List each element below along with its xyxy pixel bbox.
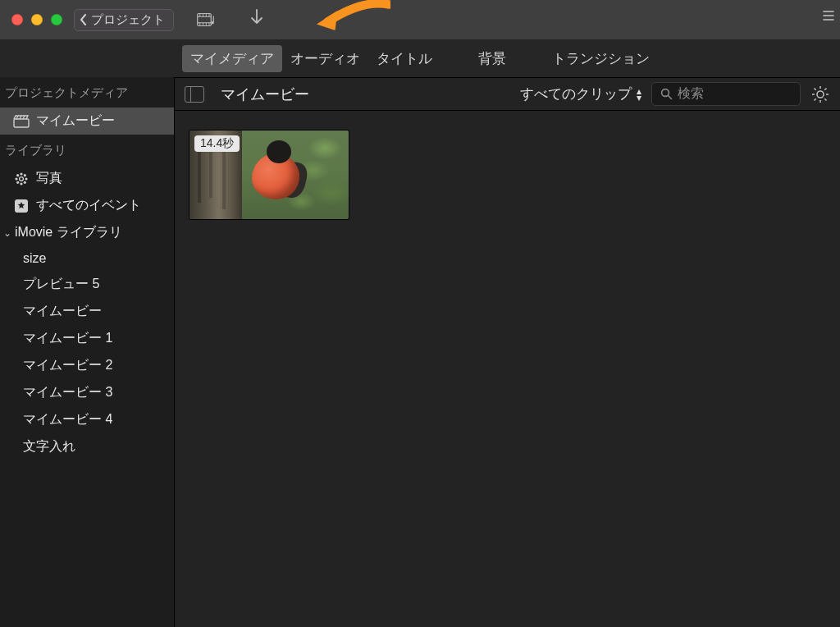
sidebar-item-imovie-library[interactable]: ⌄ iMovie ライブラリ (0, 219, 174, 246)
import-download-button[interactable] (249, 8, 264, 31)
media-clip-thumbnail[interactable]: 14.4秒 (189, 130, 349, 219)
search-icon (660, 88, 673, 100)
tab-titles[interactable]: タイトル (368, 45, 441, 72)
clip-grid: 14.4秒 (175, 111, 840, 627)
main-row: プロジェクトメディア マイムービー ライブラリ 写真 すべてのイベント (0, 77, 840, 627)
svg-point-20 (24, 174, 26, 176)
annotation-arrow-icon (317, 0, 390, 38)
svg-point-18 (25, 177, 27, 180)
sidebar-item-label: 写真 (36, 170, 62, 187)
tab-background[interactable]: 背景 (470, 45, 514, 72)
sidebar-library-child[interactable]: size (0, 246, 174, 271)
content-header: マイムービー すべてのクリップ ▴▾ 検索 (175, 78, 840, 111)
sidebar-item-label: iMovie ライブラリ (15, 224, 122, 241)
tab-audio[interactable]: オーディオ (282, 45, 368, 72)
svg-point-22 (24, 181, 26, 183)
window-controls (11, 14, 62, 25)
down-arrow-icon (249, 8, 264, 26)
titlebar: プロジェクト (0, 0, 840, 39)
svg-point-26 (817, 91, 824, 98)
sort-arrows-icon: ▴▾ (637, 88, 641, 101)
minimize-window-button[interactable] (31, 14, 43, 25)
clip-filter-dropdown[interactable]: すべてのクリップ ▴▾ (520, 85, 641, 103)
sidebar-item-label: マイムービー (36, 112, 115, 130)
browser-tabs: マイメディア オーディオ タイトル 背景 トランジション (0, 39, 840, 77)
sidebar-library-child[interactable]: マイムービー 1 (0, 325, 174, 352)
search-placeholder: 検索 (678, 85, 704, 103)
sidebar: プロジェクトメディア マイムービー ライブラリ 写真 すべてのイベント (0, 77, 175, 627)
clapperboard-icon (13, 115, 30, 128)
svg-line-25 (669, 96, 672, 99)
svg-line-32 (824, 98, 826, 100)
sidebar-library-child[interactable]: マイムービー 2 (0, 352, 174, 379)
svg-line-31 (815, 88, 816, 89)
svg-line-33 (815, 98, 816, 100)
sidebar-toggle-button[interactable] (185, 86, 204, 103)
gear-icon (810, 85, 830, 104)
sidebar-section-library: ライブラリ (0, 135, 174, 165)
content-area: マイムービー すべてのクリップ ▴▾ 検索 (175, 77, 840, 627)
app-window: プロジェクト (0, 0, 840, 627)
sidebar-library-child[interactable]: マイムービー (0, 298, 174, 325)
sidebar-library-child[interactable]: 文字入れ (0, 433, 174, 460)
overflow-icon (822, 8, 835, 27)
svg-marker-12 (317, 11, 338, 30)
sidebar-library-child[interactable]: プレビュー 5 (0, 271, 174, 298)
sidebar-library-child[interactable]: マイムービー 3 (0, 379, 174, 406)
media-import-button[interactable] (197, 11, 217, 28)
filmstrip-music-icon (197, 11, 217, 28)
svg-point-11 (211, 21, 213, 24)
close-window-button[interactable] (11, 14, 23, 25)
settings-button[interactable] (810, 85, 830, 104)
sidebar-section-project-media: プロジェクトメディア (0, 77, 174, 108)
sidebar-item-label: すべてのイベント (36, 197, 141, 214)
svg-rect-13 (14, 119, 29, 127)
chevron-left-icon (80, 14, 88, 25)
clip-bird-head (267, 140, 291, 163)
fullscreen-window-button[interactable] (51, 14, 62, 25)
flower-icon (13, 172, 30, 185)
svg-line-34 (824, 88, 826, 89)
tab-transition[interactable]: トランジション (544, 45, 658, 72)
search-input[interactable]: 検索 (651, 82, 801, 106)
tab-my-media[interactable]: マイメディア (182, 45, 282, 72)
back-button-label: プロジェクト (91, 12, 165, 28)
back-to-projects-button[interactable]: プロジェクト (74, 9, 174, 31)
sidebar-item-my-movie[interactable]: マイムービー (0, 108, 174, 135)
clip-filter-label: すべてのクリップ (520, 85, 632, 103)
sidebar-item-all-events[interactable]: すべてのイベント (0, 192, 174, 219)
svg-point-15 (20, 172, 22, 175)
clip-duration-badge: 14.4秒 (194, 135, 240, 152)
svg-point-21 (16, 181, 19, 183)
sidebar-item-photos[interactable]: 写真 (0, 165, 174, 192)
svg-point-17 (15, 177, 17, 180)
star-box-icon (13, 199, 30, 213)
svg-point-19 (16, 174, 19, 176)
svg-point-16 (20, 182, 22, 185)
sidebar-library-child[interactable]: マイムービー 4 (0, 406, 174, 433)
content-title: マイムービー (221, 85, 309, 104)
svg-point-14 (20, 176, 24, 181)
chevron-down-icon: ⌄ (3, 227, 11, 239)
